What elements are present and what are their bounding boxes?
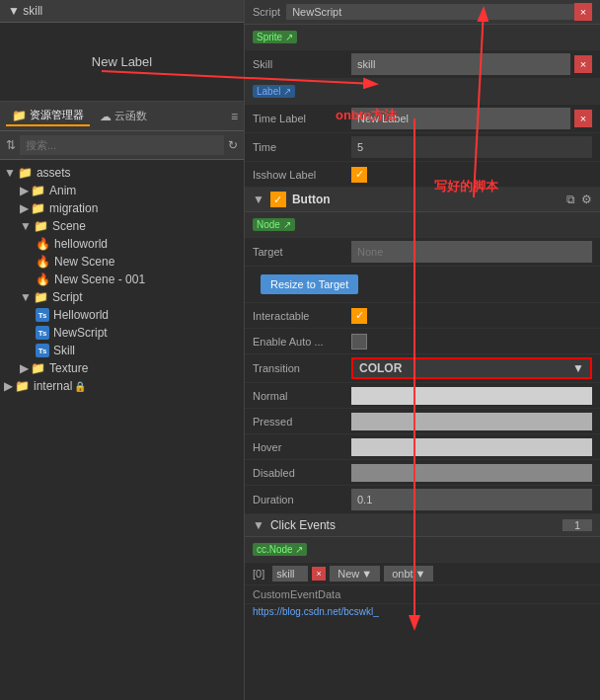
sort-icon[interactable]: ⇅	[6, 138, 16, 152]
interactable-row-label: Interactable	[253, 310, 351, 322]
gear-icon[interactable]: ⚙	[581, 193, 592, 206]
click-event-0-row: [0] × New ▼ onbt ▼	[245, 563, 600, 585]
interactable-checkbox-area: ✓	[351, 308, 592, 324]
skill-input[interactable]	[351, 53, 570, 75]
copy-icon[interactable]: ⧉	[566, 193, 575, 206]
isshow-row-label: Isshow Label	[253, 169, 351, 181]
footer-url: https://blog.csdn.net/bcswkl_	[245, 604, 600, 619]
interactable-checkbox[interactable]: ✓	[351, 308, 367, 324]
duration-value-area	[351, 489, 592, 510]
click-event-node-tag[interactable]: cc.Node ↗	[253, 543, 307, 556]
time-row: Time	[245, 133, 600, 162]
interactable-row: Interactable ✓	[245, 303, 600, 329]
file-tree: ▼ 📁 assets ▶ 📁 Anim ▶ 📁 migration ▼ 📁 Sc…	[0, 160, 244, 700]
menu-icon[interactable]: ≡	[231, 110, 238, 123]
helloworld-ts-icon: Ts	[36, 308, 49, 322]
button-section-title: Button	[292, 193, 561, 206]
target-input[interactable]	[351, 241, 592, 263]
resize-row: Resize to Target	[245, 267, 600, 303]
tree-item-migration[interactable]: ▶ 📁 migration	[0, 199, 244, 217]
transition-dropdown[interactable]: COLOR ▼	[351, 357, 592, 379]
pressed-color-swatch[interactable]	[351, 413, 592, 430]
skill-close-button[interactable]: ×	[574, 55, 592, 73]
isshow-checkbox[interactable]: ✓	[351, 167, 367, 183]
migration-arrow: ▶	[20, 201, 29, 215]
newscene001-label: New Scene - 001	[54, 272, 145, 286]
hover-swatch-area	[351, 438, 592, 456]
tree-item-helloworld-ts[interactable]: Ts Helloworld	[0, 306, 244, 324]
internal-arrow: ▶	[4, 379, 13, 393]
time-label-input[interactable]	[351, 108, 570, 129]
skill-row: Skill ×	[245, 50, 600, 79]
search-bar: ⇅ ↻	[0, 131, 244, 160]
script-close-button[interactable]: ×	[574, 3, 592, 21]
click-event-0-new-button[interactable]: New ▼	[330, 566, 380, 582]
assets-tab-icon: 📁	[12, 109, 27, 122]
button-section-checkbox[interactable]: ✓	[270, 192, 286, 207]
duration-row: Duration	[245, 486, 600, 514]
anim-arrow: ▶	[20, 184, 29, 197]
assets-label: assets	[37, 166, 71, 180]
tree-item-texture[interactable]: ▶ 📁 Texture	[0, 359, 244, 377]
lock-icon: 🔒	[74, 381, 86, 392]
transition-value: COLOR	[359, 361, 402, 375]
label-tag-row: Label ↗	[245, 79, 600, 105]
tree-item-helloworld[interactable]: 🔥 helloworld	[0, 235, 244, 253]
click-events-count[interactable]	[562, 519, 592, 531]
hover-color-swatch[interactable]	[351, 438, 592, 456]
search-refresh-icon[interactable]: ↻	[228, 138, 238, 152]
scene-folder-icon: 📁	[34, 219, 48, 233]
tree-item-script[interactable]: ▼ 📁 Script	[0, 288, 244, 306]
tree-item-newscene[interactable]: 🔥 New Scene	[0, 253, 244, 271]
helloworld-label: helloworld	[54, 237, 108, 251]
assets-folder-icon: 📁	[18, 166, 33, 180]
time-row-label: Time	[253, 141, 351, 153]
tab-assets[interactable]: 📁 资源管理器	[6, 106, 90, 126]
sprite-tag[interactable]: Sprite ↗	[253, 31, 297, 43]
time-label-close-button[interactable]: ×	[574, 110, 592, 127]
duration-input[interactable]	[351, 489, 592, 510]
scene-label: Scene	[52, 219, 86, 233]
time-input[interactable]	[351, 136, 592, 158]
cloud-tab-label: 云函数	[114, 109, 147, 123]
tree-item-skill-ts[interactable]: Ts Skill	[0, 342, 244, 359]
tree-item-newscene001[interactable]: 🔥 New Scene - 001	[0, 271, 244, 288]
transition-row: Transition COLOR ▼	[245, 354, 600, 383]
script-arrow: ▼	[20, 290, 32, 304]
click-event-0-skill-input[interactable]	[272, 566, 308, 582]
internal-folder-icon: 📁	[15, 379, 30, 393]
tree-item-anim[interactable]: ▶ 📁 Anim	[0, 182, 244, 199]
anim-folder-icon: 📁	[31, 184, 45, 197]
button-section-header[interactable]: ▼ ✓ Button ⧉ ⚙	[245, 188, 600, 212]
node-tag[interactable]: Node ↗	[253, 218, 295, 231]
transition-dropdown-arrow: ▼	[572, 361, 584, 375]
transition-value-area: COLOR ▼	[351, 357, 592, 379]
migration-label: migration	[49, 201, 98, 215]
tree-item-assets[interactable]: ▼ 📁 assets	[0, 164, 244, 182]
disabled-color-swatch[interactable]	[351, 464, 592, 482]
newscript-ts-label: NewScript	[53, 326, 108, 340]
duration-label: Duration	[253, 494, 351, 506]
search-input[interactable]	[20, 135, 224, 155]
click-events-header[interactable]: ▼ Click Events	[245, 514, 600, 537]
target-row-label: Target	[253, 246, 351, 258]
label-tag[interactable]: Label ↗	[253, 85, 295, 98]
skill-ts-icon: Ts	[36, 344, 49, 357]
normal-color-swatch[interactable]	[351, 387, 592, 405]
click-event-0-close-button[interactable]: ×	[312, 567, 326, 581]
tree-item-internal[interactable]: ▶ 📁 internal 🔒	[0, 377, 244, 395]
tab-cloud[interactable]: ☁ 云函数	[94, 107, 153, 125]
normal-swatch-area	[351, 387, 592, 405]
isshow-row: Isshow Label ✓	[245, 162, 600, 188]
click-event-0-onbt-button[interactable]: onbt ▼	[384, 566, 433, 582]
right-panel: Script NewScript × Sprite ↗ Skill × Labe…	[245, 0, 600, 700]
resize-to-target-button[interactable]: Resize to Target	[261, 274, 358, 294]
tree-item-newscript-ts[interactable]: Ts NewScript	[0, 324, 244, 342]
enable-auto-checkbox[interactable]	[351, 334, 367, 350]
tree-item-scene[interactable]: ▼ 📁 Scene	[0, 217, 244, 235]
internal-label: internal	[34, 379, 72, 393]
script-name-area: NewScript ×	[286, 3, 592, 21]
newscript-ts-icon: Ts	[36, 326, 49, 340]
script-label: Script	[52, 290, 83, 304]
enable-auto-checkbox-area	[351, 334, 592, 350]
